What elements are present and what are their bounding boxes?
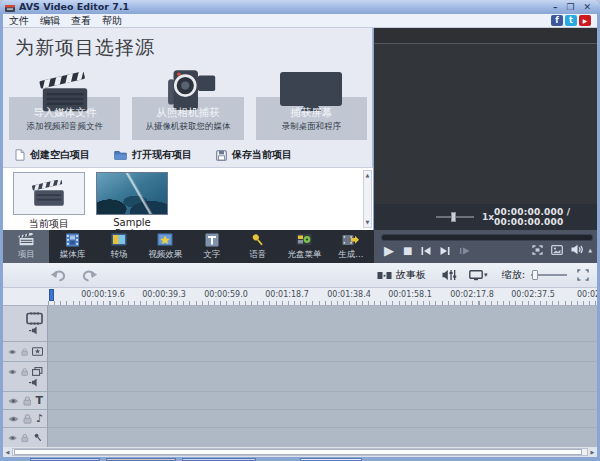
- open-existing-project-link[interactable]: 打开现有项目: [114, 148, 192, 162]
- star-effect-icon: [157, 232, 173, 247]
- scrollbar-thumb[interactable]: [14, 449, 582, 455]
- scroll-up-icon[interactable]: ▲: [364, 171, 371, 180]
- scroll-down-icon[interactable]: ▼: [364, 218, 371, 227]
- undo-icon[interactable]: [50, 269, 67, 282]
- track-lane-audio[interactable]: [48, 410, 597, 428]
- volume-icon[interactable]: [571, 244, 584, 255]
- effects-track-icon: [32, 346, 43, 357]
- tab-transitions[interactable]: 转场: [96, 230, 142, 263]
- scroll-right-icon[interactable]: ▶: [588, 449, 597, 455]
- tab-project[interactable]: 项目: [3, 230, 49, 263]
- video-track-icon: [26, 312, 43, 325]
- tab-text[interactable]: 文字: [189, 230, 235, 263]
- seek-bar[interactable]: [381, 234, 593, 241]
- lock-icon[interactable]: [21, 347, 28, 357]
- menu-help[interactable]: 帮助: [102, 14, 122, 28]
- track-lane-effects[interactable]: [48, 342, 597, 362]
- close-button[interactable]: ✕: [583, 1, 591, 13]
- list-item-sample-project[interactable]: Sample Project: [96, 172, 168, 239]
- timeline-tracks: T ♪: [3, 306, 597, 447]
- track-header-audio: ♪: [3, 410, 47, 428]
- app-window: AVS Video Editor 7.1 – ❐ ✕ 文件 编辑 查看 帮助 f…: [0, 0, 600, 461]
- lock-icon[interactable]: [21, 367, 28, 377]
- redo-icon[interactable]: [81, 269, 98, 282]
- microphone-icon: [251, 232, 265, 247]
- fullscreen-icon[interactable]: [532, 245, 543, 255]
- menu-file[interactable]: 文件: [9, 14, 29, 28]
- microphone-track-icon: [33, 432, 43, 443]
- window-title: AVS Video Editor 7.1: [19, 0, 553, 14]
- app-icon: [5, 3, 15, 12]
- next-scene-button[interactable]: [459, 247, 470, 255]
- start-screen-panel: 为新项目选择源: [3, 28, 373, 230]
- tab-disc-menu[interactable]: 光盘菜单: [281, 230, 327, 263]
- track-headers: T ♪: [3, 306, 48, 447]
- tab-media-library[interactable]: 媒体库: [49, 230, 95, 263]
- clapperboard-icon: [31, 180, 67, 207]
- monitor-icon: [469, 270, 483, 281]
- audio-mixer-icon[interactable]: [442, 269, 457, 281]
- lock-icon[interactable]: [23, 396, 32, 406]
- playback-speed-slider[interactable]: [436, 216, 474, 218]
- current-project-thumbnail: [13, 172, 85, 215]
- transition-icon: [111, 232, 127, 247]
- title-bar[interactable]: AVS Video Editor 7.1 – ❐ ✕: [0, 0, 600, 14]
- projects-scrollbar[interactable]: ▲ ▼: [363, 170, 372, 228]
- visibility-eye-icon[interactable]: [8, 368, 17, 376]
- menu-view[interactable]: 查看: [71, 14, 91, 28]
- zoom-slider-thumb[interactable]: [532, 270, 538, 280]
- visibility-eye-icon[interactable]: [8, 415, 19, 423]
- tab-voice[interactable]: 语音: [235, 230, 281, 263]
- track-lane-voice[interactable]: [48, 428, 597, 447]
- snapshot-icon[interactable]: [551, 245, 563, 255]
- playhead[interactable]: [49, 289, 54, 301]
- maximize-button[interactable]: ❐: [566, 1, 574, 13]
- tab-video-effects[interactable]: 视频效果: [142, 230, 188, 263]
- scroll-left-icon[interactable]: ◀: [3, 449, 12, 455]
- visibility-eye-icon[interactable]: [8, 434, 17, 442]
- tab-produce[interactable]: 生成...: [328, 230, 374, 263]
- volume-up-icon[interactable]: ▲: [588, 247, 592, 253]
- option-title: 导入媒体文件: [9, 106, 120, 120]
- save-icon: [216, 150, 227, 161]
- menu-edit[interactable]: 编辑: [40, 14, 60, 28]
- youtube-icon[interactable]: ▶: [579, 15, 591, 26]
- timeline-track-area[interactable]: [48, 306, 597, 447]
- play-button[interactable]: ▶: [384, 244, 394, 258]
- twitter-icon[interactable]: t: [565, 15, 577, 26]
- track-header-voice: [3, 428, 47, 447]
- preview-header: [374, 28, 597, 44]
- track-lane-text[interactable]: [48, 392, 597, 410]
- storyboard-toggle-button[interactable]: 故事板: [377, 268, 426, 282]
- minimize-button[interactable]: –: [553, 1, 558, 13]
- timeline-ruler[interactable]: 00:00:19.6 00:00:39.3 00:00:59.0 00:01:1…: [3, 288, 597, 306]
- screen-view-dropdown[interactable]: ▾: [469, 270, 488, 281]
- next-frame-button[interactable]: [440, 247, 450, 255]
- option-capture-screen[interactable]: 捕获屏幕 录制桌面和程序: [256, 62, 367, 140]
- timecode: 00:00:00.000 / 00:00:00.000: [494, 207, 592, 227]
- page-title: 为新项目选择源: [3, 28, 372, 61]
- visibility-eye-icon[interactable]: [8, 397, 19, 405]
- visibility-eye-icon[interactable]: [8, 348, 17, 356]
- option-subtitle: 录制桌面和程序: [256, 121, 367, 133]
- track-header-video: [3, 306, 47, 342]
- video-preview-screen: [374, 45, 597, 204]
- previous-frame-button[interactable]: [421, 247, 431, 255]
- option-capture-camera[interactable]: 从照相机捕获 从摄像机获取您的媒体: [132, 62, 243, 140]
- timeline-horizontal-scrollbar[interactable]: ◀ ▶: [3, 447, 597, 457]
- save-current-project-link[interactable]: 保存当前项目: [216, 148, 292, 162]
- text-icon: [205, 232, 219, 247]
- disc-menu-icon: [296, 232, 312, 247]
- list-item-current-project[interactable]: 当前项目: [13, 172, 85, 231]
- lock-icon[interactable]: [21, 433, 29, 443]
- fit-timeline-icon[interactable]: [577, 269, 589, 281]
- option-import-media[interactable]: 导入媒体文件 添加视频和音频文件: [9, 62, 120, 140]
- track-lane-video[interactable]: [48, 306, 597, 342]
- stop-button[interactable]: ■: [403, 244, 412, 258]
- audio-speaker-icon: [29, 378, 40, 387]
- lock-icon[interactable]: [23, 414, 32, 424]
- create-blank-project-link[interactable]: 创建空白项目: [15, 148, 90, 162]
- timeline-zoom-slider[interactable]: [531, 274, 567, 276]
- track-lane-overlay[interactable]: [48, 362, 597, 392]
- facebook-icon[interactable]: f: [551, 15, 563, 26]
